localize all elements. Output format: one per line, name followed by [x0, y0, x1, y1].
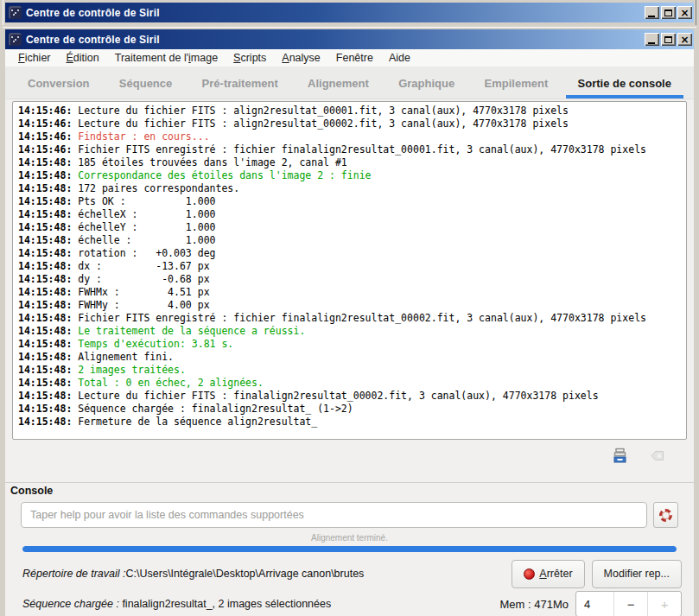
tab[interactable]: Empilement: [473, 67, 561, 98]
log-timestamp: 14:15:48:: [18, 364, 72, 376]
memory-label: Mem : 471Mo: [500, 598, 569, 611]
log-message: échelle : 1.000: [72, 234, 215, 246]
tab[interactable]: Séquence: [107, 67, 184, 98]
sequence-label: Séquence chargée :: [22, 598, 119, 610]
menu-item[interactable]: Fichier: [10, 50, 59, 66]
menu-bar: FichierÉditionTraitement de l'imageScrip…: [5, 49, 694, 67]
menu-item[interactable]: Édition: [59, 50, 107, 66]
log-line: 14:15:48: 185 étoiles trouvées dans l'im…: [18, 156, 686, 169]
tab-label: Empilement: [485, 77, 549, 90]
log-message: 2 images traitées.: [72, 364, 186, 376]
close-button[interactable]: ×: [677, 33, 692, 46]
log-timestamp: 14:15:48:: [18, 247, 72, 259]
log-line: 14:15:48: dy : -0.68 px: [18, 273, 686, 286]
maximize-icon: [664, 10, 672, 16]
log-timestamp: 14:15:46:: [18, 130, 72, 143]
titlebar-main-window[interactable]: Centre de contrôle de Siril ×: [5, 29, 694, 49]
window-title: Centre de contrôle de Siril: [26, 7, 645, 19]
tab-label: Conversion: [28, 77, 90, 90]
export-log-icon: [612, 448, 628, 464]
minimize-icon: [648, 42, 655, 44]
log-timestamp: 14:15:48:: [18, 234, 72, 246]
log-message: Séquence chargée : finalalign2resultat_ …: [72, 403, 353, 415]
spinner-increase-button[interactable]: +: [647, 592, 681, 616]
log-message: Le traitement de la séquence a réussi.: [72, 325, 305, 337]
close-button[interactable]: ×: [677, 6, 692, 19]
log-line: 14:15:48: FWHMy : 4.00 px: [18, 299, 686, 312]
tab-label: Sortie de console: [578, 77, 671, 90]
menu-item[interactable]: Analyse: [274, 50, 327, 66]
tab-label: Séquence: [119, 77, 172, 90]
log-line: 14:15:48: Temps d'exécution: 3.81 s.: [18, 338, 686, 351]
tab-label: Alignement: [308, 77, 369, 90]
log-line: 14:15:48: Fichier FITS enregistré : fich…: [18, 312, 686, 325]
stop-record-icon: [524, 568, 535, 580]
siril-app-icon: [9, 6, 22, 19]
log-message: Lecture du fichier FITS : finalalign2res…: [72, 390, 598, 402]
spinner-decrease-button[interactable]: −: [613, 592, 647, 616]
change-dir-button[interactable]: Modifier rep...: [592, 560, 682, 588]
log-timestamp: 14:15:48:: [18, 273, 72, 285]
log-timestamp: 14:15:48:: [18, 195, 72, 207]
log-timestamp: 14:15:48:: [18, 403, 72, 415]
tab[interactable]: Sortie de console: [566, 67, 683, 98]
change-dir-label: Modifier rep...: [604, 568, 670, 580]
log-line: 14:15:46: Fichier FITS enregistré : fich…: [18, 143, 686, 156]
workdir-info: Répertoire de travail :C:\Users\Intégral…: [22, 568, 364, 580]
progress-bar-fill: [22, 546, 677, 552]
log-message: échelleX : 1.000: [72, 208, 215, 220]
menu-item[interactable]: Aide: [381, 50, 418, 66]
log-line: 14:15:48: Total : 0 en échec, 2 alignées…: [18, 377, 686, 390]
log-message: dx : -13.67 px: [72, 260, 209, 272]
progress-status-text: Alignement terminé.: [5, 533, 694, 544]
log-line: 14:15:48: échelleY : 1.000: [18, 221, 686, 234]
close-icon: ×: [680, 8, 689, 18]
menu-item[interactable]: Fenêtre: [328, 50, 381, 66]
log-timestamp: 14:15:48:: [18, 208, 72, 220]
tab[interactable]: Graphique: [386, 67, 467, 98]
minimize-button[interactable]: [645, 6, 659, 19]
minimize-button[interactable]: [645, 33, 659, 46]
log-message: 172 paires correspondantes.: [72, 182, 239, 194]
workdir-label: Répertoire de travail :: [22, 568, 126, 580]
close-icon: ×: [680, 35, 689, 45]
command-help-button[interactable]: [653, 502, 678, 528]
stop-button[interactable]: Arrêter: [512, 560, 584, 588]
console-log-view[interactable]: 14:15:46: Lecture du fichier FITS : alig…: [12, 101, 687, 440]
export-log-button[interactable]: [611, 447, 628, 464]
tab[interactable]: Pré-traitement: [190, 67, 290, 98]
maximize-button[interactable]: [661, 6, 676, 19]
log-timestamp: 14:15:48:: [18, 156, 72, 168]
tab[interactable]: Alignement: [295, 67, 381, 98]
log-line: 14:15:48: Lecture du fichier FITS : fina…: [18, 390, 686, 403]
console-section-label: Console: [10, 485, 694, 499]
log-timestamp: 14:15:46:: [18, 117, 72, 130]
workdir-path: C:\Users\Intégrale\Desktop\Arrivage cano…: [126, 568, 365, 580]
titlebar-background-window: Centre de contrôle de Siril ×: [5, 3, 694, 22]
clear-log-button[interactable]: [649, 447, 666, 464]
log-message: Pts OK : 1.000: [72, 195, 215, 207]
log-line: 14:15:48: Correspondance des étoiles dan…: [18, 169, 686, 182]
thread-spinner: 4 − +: [575, 591, 682, 616]
maximize-button[interactable]: [661, 33, 676, 46]
background-window: Centre de contrôle de Siril ×: [0, 0, 699, 25]
log-timestamp: 14:15:46:: [18, 105, 72, 117]
log-line: 14:15:48: Alignement fini.: [18, 351, 686, 364]
log-timestamp: 14:15:48:: [18, 377, 72, 389]
thread-spinner-value[interactable]: 4: [576, 592, 613, 616]
log-message: 185 étoiles trouvées dans l'image 2, can…: [72, 156, 347, 168]
command-input[interactable]: [21, 502, 647, 528]
log-line: 14:15:48: Séquence chargée : finalalign2…: [18, 403, 686, 416]
log-actions-row: [5, 440, 694, 471]
tab[interactable]: Conversion: [16, 67, 102, 98]
lifebuoy-icon: [659, 509, 672, 522]
log-line: 14:15:48: rotation : +0.003 deg: [18, 247, 686, 260]
tab-label: Graphique: [398, 77, 454, 90]
log-timestamp: 14:15:48:: [18, 221, 72, 233]
menu-item[interactable]: Traitement de l'image: [107, 50, 226, 66]
log-timestamp: 14:15:48:: [18, 299, 72, 311]
clear-log-icon: [650, 448, 666, 464]
sequence-info: Séquence chargée : finalalign2resultat_,…: [22, 598, 331, 610]
log-line: 14:15:46: Lecture du fichier FITS : alig…: [18, 117, 686, 130]
menu-item[interactable]: Scripts: [226, 50, 274, 66]
